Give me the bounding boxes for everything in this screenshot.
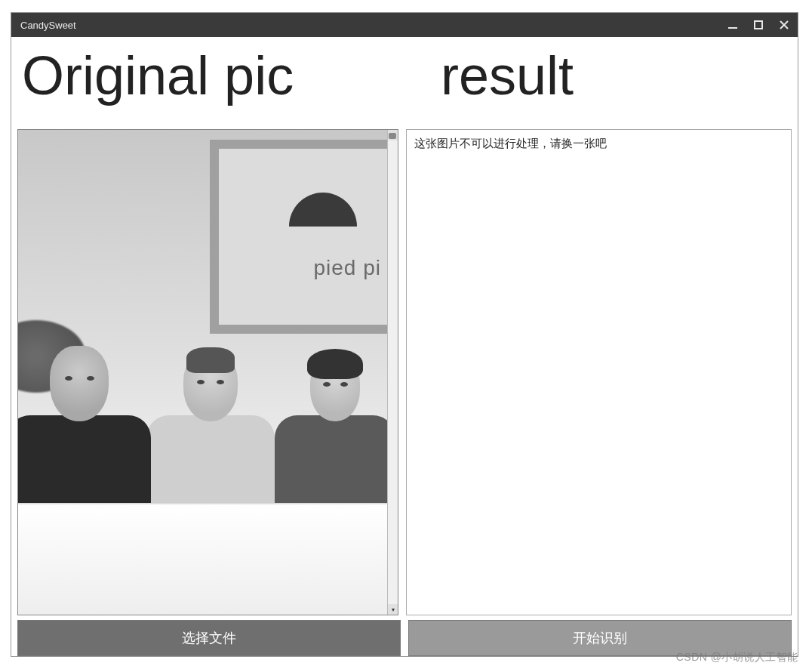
close-button[interactable] bbox=[777, 17, 792, 32]
minimize-icon bbox=[727, 20, 738, 30]
maximize-button[interactable] bbox=[751, 17, 766, 32]
start-recognize-button[interactable]: 开始识别 bbox=[408, 620, 792, 656]
original-image-panel: pied pi ▴ ▾ bbox=[17, 129, 398, 615]
app-window: CandySweet Original pic result pied bbox=[11, 12, 798, 657]
scroll-down-icon[interactable]: ▾ bbox=[388, 604, 398, 615]
window-title: CandySweet bbox=[20, 20, 76, 31]
maximize-icon bbox=[753, 20, 764, 30]
panels-row: pied pi ▴ ▾ bbox=[17, 129, 792, 615]
original-image: pied pi bbox=[18, 130, 387, 615]
panel-headers: Original pic result bbox=[17, 46, 792, 129]
title-bar: CandySweet bbox=[11, 13, 798, 37]
photo-frame-decor bbox=[210, 140, 387, 334]
scrollbar-thumb[interactable] bbox=[389, 133, 396, 139]
minimize-button[interactable] bbox=[725, 17, 740, 32]
heading-result: result bbox=[373, 46, 792, 106]
window-controls bbox=[725, 17, 792, 32]
photo-logo-text: pied pi bbox=[313, 256, 381, 280]
button-row: 选择文件 开始识别 bbox=[17, 620, 792, 656]
select-file-button[interactable]: 选择文件 bbox=[17, 620, 401, 656]
heading-original: Original pic bbox=[17, 46, 373, 106]
result-output-panel[interactable]: 这张图片不可以进行处理，请换一张吧 bbox=[406, 129, 792, 615]
content-area: Original pic result pied pi bbox=[11, 37, 798, 656]
svg-rect-1 bbox=[755, 21, 762, 29]
image-scrollbar[interactable]: ▴ ▾ bbox=[387, 130, 398, 615]
result-text: 这张图片不可以进行处理，请换一张吧 bbox=[414, 134, 783, 153]
photo-desk-decor bbox=[18, 503, 387, 615]
close-icon bbox=[779, 20, 789, 30]
